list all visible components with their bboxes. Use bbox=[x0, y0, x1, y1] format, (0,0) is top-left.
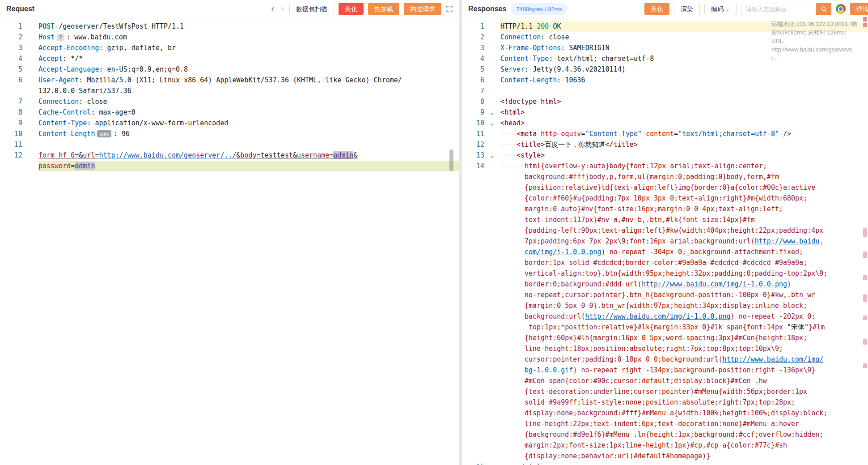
code-row[interactable]: <html> bbox=[500, 107, 868, 118]
ruler-mark bbox=[863, 316, 867, 320]
code-row[interactable]: border:1px·solid·#cdcdcd;border-color:#9… bbox=[500, 257, 868, 268]
request-title: Request bbox=[6, 5, 34, 13]
code-row[interactable] bbox=[38, 139, 459, 150]
ruler-mark bbox=[863, 17, 867, 21]
response-editor[interactable]: 1HTTP/1.1·200·OK2Connection:·close3X-Fra… bbox=[462, 18, 868, 465]
code-row[interactable]: POST·/geoserver/TestWfsPost·HTTP/1.1 bbox=[38, 21, 459, 32]
code-line: 5Server:·Jetty(9.4.36.v20210114) bbox=[462, 64, 868, 75]
code-line: 6Content-Length:·10636 bbox=[462, 75, 868, 85]
code-row[interactable]: no-repeat;cursor:pointer}.btn_h{backgrou… bbox=[500, 290, 868, 300]
inline-widget[interactable]: ? bbox=[57, 34, 64, 41]
code-line: 2Connection:·close bbox=[462, 32, 868, 43]
code-row[interactable]: Connection:·close bbox=[38, 96, 459, 107]
code-row[interactable]: X-Frame-Options:·SAMEORIGIN bbox=[500, 43, 868, 53]
code-line: 7 bbox=[462, 85, 868, 96]
code-line: 3Accept-Encoding:·gzip,·deflate,·br bbox=[0, 43, 459, 53]
code-row[interactable]: <!doctype·html> bbox=[500, 96, 868, 107]
code-row[interactable]: cursor:pointer;padding:0·18px·0·0;backgr… bbox=[500, 354, 868, 365]
code-line: 10Content-Lengthauto:·96 bbox=[0, 128, 459, 139]
code-row[interactable]: border:0;background:#ddd·url(http://www.… bbox=[500, 279, 868, 290]
chrome-icon[interactable] bbox=[836, 4, 846, 14]
code-row[interactable]: ······html{overflow-y:auto}body{font:12p… bbox=[500, 161, 868, 171]
construct-request-button[interactable]: 构造请求 bbox=[404, 3, 441, 15]
line-number: 14 bbox=[462, 161, 484, 461]
beautify-button[interactable]: 美化 bbox=[644, 3, 669, 15]
code-line: 8Cache-Control:·max-age=0 bbox=[0, 107, 459, 118]
beautify-button[interactable]: 美化 bbox=[339, 3, 364, 15]
code-row[interactable]: background:#fff}body,p,form,ul{margin:0;… bbox=[500, 171, 868, 182]
code-row[interactable]: 7px;padding:6px·7px·2px\9;font:16px·aria… bbox=[500, 236, 868, 247]
code-row[interactable]: bg-1.0.0.gif)·no-repeat·right·-134px;bac… bbox=[500, 365, 868, 375]
code-row[interactable]: Accept-Language:·en-US;q=0.9,en;q=0.8 bbox=[38, 64, 459, 75]
code-row[interactable]: Content-Lengthauto:·96 bbox=[38, 128, 459, 139]
code-row[interactable]: Accept-Encoding:·gzip,·deflate,·br bbox=[38, 43, 459, 53]
fold-icon[interactable]: ⌄ bbox=[484, 118, 500, 128]
line-number: 11 bbox=[0, 139, 22, 150]
code-row[interactable]: {margin:0·5px·0·0}.btn_wr{width:97px;hei… bbox=[500, 300, 868, 311]
code-line: 4Accept:·*/* bbox=[0, 53, 459, 64]
search-button[interactable] bbox=[816, 3, 831, 15]
code-row[interactable]: ····<meta·http-equiv="Content-Type"·cont… bbox=[500, 128, 868, 139]
encode-button[interactable]: 编码 ⌄ bbox=[704, 3, 737, 15]
line-number: 5 bbox=[0, 64, 22, 75]
code-row[interactable]: HTTP/1.1·200·OK bbox=[500, 21, 868, 32]
code-row[interactable]: solid·#9a99ff;list-style:none;position:a… bbox=[500, 397, 868, 408]
code-line: 7Connection:·close bbox=[0, 96, 459, 107]
history-back-icon[interactable]: ‹ bbox=[270, 4, 275, 14]
search-input[interactable] bbox=[741, 3, 816, 15]
code-row[interactable]: ····</style> bbox=[500, 461, 868, 465]
code-row[interactable]: margin:2px;font-size:1px;line-height:1px… bbox=[500, 440, 868, 451]
code-line: 2Host?:·www.baidu.com bbox=[0, 32, 459, 43]
code-row[interactable]: {color:#f60}#u{padding:7px·10px·3px·0;te… bbox=[500, 193, 868, 204]
code-row[interactable]: ····<title>百度一下，你就知道</title> bbox=[500, 139, 868, 150]
ruler-mark bbox=[863, 228, 867, 237]
code-row[interactable]: form_hf_0=&url=http://www.baidu.com/geos… bbox=[38, 150, 459, 161]
code-line: 9Content-Type:·application/x-www-form-ur… bbox=[0, 118, 459, 128]
inline-widget[interactable]: auto bbox=[97, 130, 111, 137]
code-row[interactable]: vertical-align:top}.btn{width:95px;heigh… bbox=[500, 268, 868, 279]
code-row[interactable]: {text-decoration:underline;cursor:pointe… bbox=[500, 386, 868, 397]
hot-reload-button[interactable]: 热加载 bbox=[368, 3, 399, 15]
code-row[interactable]: _top:1px;*position:relative}#lk{margin:3… bbox=[500, 322, 868, 333]
code-row[interactable]: Content-Type:·application/x-www-form-url… bbox=[38, 118, 459, 128]
code-row[interactable]: Connection:·close bbox=[500, 32, 868, 43]
code-row[interactable]: {height:60px}#lh{margin:16px·0·5px;word-… bbox=[500, 333, 868, 343]
code-row[interactable]: password=admin bbox=[38, 161, 459, 171]
ruler-mark bbox=[863, 252, 867, 258]
code-row[interactable]: Server:·Jetty(9.4.36.v20210114) bbox=[500, 64, 868, 75]
code-row[interactable]: User-Agent:·Mozilla/5.0·(X11;·Linux·x86_… bbox=[38, 75, 459, 85]
code-row[interactable]: #mCon·span{color:#00c;cursor:default;dis… bbox=[500, 375, 868, 386]
code-row[interactable]: Host?:·www.baidu.com bbox=[38, 32, 459, 43]
code-row[interactable]: <head> bbox=[500, 118, 868, 128]
code-row[interactable]: text-indent:117px}#nv·a,#nv·b,.btn,#lk{f… bbox=[500, 214, 868, 225]
code-row[interactable]: Cache-Control:·max-age=0 bbox=[38, 107, 459, 118]
code-row[interactable]: line-height:18px;position:absolute;right… bbox=[500, 343, 868, 354]
code-row[interactable]: com/img/i-1.0.0.png)·no-repeat·-304px·0;… bbox=[500, 247, 868, 257]
scrollbar-thumb[interactable] bbox=[449, 149, 453, 171]
code-row[interactable] bbox=[500, 85, 868, 96]
packet-scan-button[interactable]: 数据包扫描 bbox=[289, 3, 334, 15]
code-row[interactable]: margin:0·auto}#nv{font-size:16px;margin:… bbox=[500, 204, 868, 214]
code-row[interactable]: {position:relative}td{text-align:left}im… bbox=[500, 182, 868, 193]
history-forward-icon[interactable]: › bbox=[280, 4, 285, 14]
code-row[interactable]: Content-Type:·text/html;·charset=utf-8 bbox=[500, 53, 868, 64]
code-row[interactable]: 132.0.0.0·Safari/537.36 bbox=[38, 85, 459, 96]
code-row[interactable]: line-height:22px;text-indent:6px;text-de… bbox=[500, 418, 868, 429]
request-editor[interactable]: 1POST·/geoserver/TestWfsPost·HTTP/1.12Ho… bbox=[0, 18, 459, 465]
code-row[interactable]: {display:none;behavior:url(#default#home… bbox=[500, 451, 868, 461]
code-row[interactable]: Content-Length:·10636 bbox=[500, 75, 868, 85]
code-row[interactable]: ····<style> bbox=[500, 150, 868, 161]
code-row[interactable]: {background:#d9e1f6}#mMenu·.ln{height:1p… bbox=[500, 429, 868, 440]
code-row[interactable]: display:none;background:#fff}#mMenu·a{wi… bbox=[500, 408, 868, 418]
line-number: 9 bbox=[462, 107, 484, 118]
code-row[interactable]: Accept:·*/* bbox=[38, 53, 459, 64]
fullscreen-icon[interactable] bbox=[446, 5, 453, 13]
fold-icon[interactable]: ⌄ bbox=[484, 107, 500, 118]
code-line: 6User-Agent:·Mozilla/5.0·(X11;·Linux·x86… bbox=[0, 75, 459, 96]
line-number: 2 bbox=[0, 32, 22, 43]
code-row[interactable]: {padding-left:90px;text-align:left}#kw{w… bbox=[500, 225, 868, 236]
code-row[interactable]: background:url(http://www.baidu.com/img/… bbox=[500, 311, 868, 322]
render-button[interactable]: 渲染 bbox=[674, 3, 700, 15]
code-line: 14······html{overflow-y:auto}body{font:1… bbox=[462, 161, 868, 461]
fold-icon[interactable]: ⌄ bbox=[484, 150, 500, 161]
